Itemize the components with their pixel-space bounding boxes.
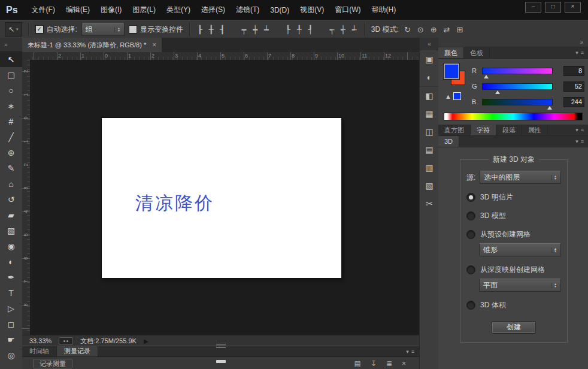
create-button[interactable]: 创建	[492, 321, 536, 334]
3d-rotate-icon[interactable]: ↻	[403, 25, 412, 34]
auto-select-target-select[interactable]: 组 ▲▼	[81, 23, 125, 36]
select-measurements-icon[interactable]: ▤	[354, 359, 361, 368]
close-button[interactable]: ×	[565, 2, 581, 13]
gradient-tool-button[interactable]: ▧	[0, 223, 22, 238]
3d-scale-icon[interactable]: ⊞	[456, 25, 465, 34]
export-measurements-icon[interactable]: ↧	[371, 359, 377, 368]
color-spectrum-ramp[interactable]	[444, 113, 583, 120]
option-3d-postcard[interactable]: 3D 明信片	[466, 192, 561, 202]
healing-brush-tool-button[interactable]: ⊕	[0, 145, 22, 161]
maximize-button[interactable]: □	[545, 2, 561, 13]
distribute-right-edges-icon[interactable]: ┵	[351, 25, 358, 34]
close-tab-icon[interactable]: ×	[152, 41, 156, 49]
gamut-color-swatch[interactable]	[453, 92, 461, 100]
minimize-button[interactable]: –	[525, 2, 541, 13]
red-value-field[interactable]: 8	[563, 66, 584, 76]
panel-menu-button[interactable]: ▾ ≡	[575, 47, 588, 58]
record-measurements-button[interactable]: 记录测量	[33, 359, 72, 368]
option-3d-volume[interactable]: 3D 体积	[466, 300, 561, 310]
delete-measurements-icon[interactable]: ×	[402, 359, 406, 368]
toolbox-expand-button[interactable]: »	[0, 38, 22, 52]
crop-tool-button[interactable]: #	[0, 114, 22, 129]
slider-handle[interactable]	[484, 72, 489, 78]
eraser-tool-button[interactable]: ▰	[0, 207, 22, 223]
status-flyout-icon[interactable]: ▶	[144, 338, 148, 344]
foreground-color-swatch[interactable]	[444, 63, 459, 79]
distribute-horizontal-centers-icon[interactable]: ┽	[340, 25, 347, 34]
panel-menu-button[interactable]: ▾ ≡	[406, 346, 419, 356]
panel-icon-history[interactable]: ▣	[420, 50, 439, 68]
status-icon[interactable]	[59, 337, 73, 345]
panel-icon-paths[interactable]: ▧	[420, 177, 439, 195]
distribute-left-edges-icon[interactable]: ┭	[328, 25, 335, 34]
marquee-tool-button[interactable]: ▢	[0, 67, 22, 83]
depth-map-select[interactable]: 平面 ▲▼	[479, 279, 561, 292]
zoom-level-field[interactable]: 33.33%	[29, 337, 51, 344]
red-slider[interactable]	[482, 68, 553, 74]
tab-swatches[interactable]: 色板	[464, 47, 490, 58]
panel-icon-styles[interactable]: ◧	[420, 86, 439, 105]
clone-stamp-tool-button[interactable]: ⌂	[0, 176, 22, 192]
option-3d-model[interactable]: 3D 模型	[466, 211, 561, 221]
panel-menu-button[interactable]: ▾ ≡	[575, 125, 588, 135]
tab-timeline[interactable]: 时间轴	[22, 346, 57, 356]
tab-measurement-log[interactable]: 测量记录	[57, 346, 98, 356]
panel-icon-brush-presets[interactable]: ▦	[420, 105, 439, 123]
align-bottom-edges-icon[interactable]: ┷	[263, 25, 270, 34]
panel-icon-tool-presets[interactable]: ✂	[420, 195, 439, 213]
type-tool-button[interactable]: T	[0, 285, 22, 301]
blue-value-field[interactable]: 244	[563, 97, 584, 107]
tab-properties[interactable]: 属性	[522, 125, 548, 135]
canvas[interactable]: 清凉降价	[30, 60, 419, 335]
tab-paragraph[interactable]: 段落	[496, 125, 522, 135]
align-vertical-centers-icon[interactable]: ┿	[251, 25, 259, 34]
panel-resize-grip[interactable]	[216, 344, 226, 348]
menu-3d[interactable]: 3D(D)	[265, 0, 295, 20]
distribute-bottom-edges-icon[interactable]: ┦	[307, 25, 314, 34]
menu-type[interactable]: 类型(Y)	[161, 0, 196, 20]
distribute-top-edges-icon[interactable]: ┞	[284, 25, 292, 34]
tab-color[interactable]: 颜色	[438, 47, 464, 58]
panel-drag-grip[interactable]	[216, 360, 226, 363]
menu-window[interactable]: 窗口(W)	[329, 0, 366, 20]
eyedropper-tool-button[interactable]: ╱	[0, 129, 22, 145]
dodge-tool-button[interactable]: ◐	[0, 254, 22, 270]
tool-preset-picker[interactable]: ↖ ▾	[5, 22, 22, 37]
collapse-panels-button[interactable]: »	[438, 38, 588, 47]
blue-slider[interactable]	[482, 99, 553, 105]
menu-filter[interactable]: 滤镜(T)	[231, 0, 265, 20]
distribute-vertical-centers-icon[interactable]: ╀	[296, 25, 303, 34]
gamut-warning[interactable]: ▲	[445, 92, 461, 100]
panel-icon-layers[interactable]: ▤	[420, 141, 439, 159]
panel-menu-button[interactable]: ▾ ≡	[575, 136, 588, 147]
ruler-origin[interactable]	[22, 52, 31, 61]
document-size-status[interactable]: 文档:2.75M/255.9K	[80, 337, 137, 346]
pen-tool-button[interactable]: ✒	[0, 270, 22, 285]
menu-help[interactable]: 帮助(H)	[366, 0, 402, 20]
zoom-tool-button[interactable]: ◎	[0, 347, 22, 363]
document-canvas[interactable]: 清凉降价	[102, 118, 341, 278]
shape-tool-button[interactable]: ◻	[0, 316, 22, 332]
blur-tool-button[interactable]: ◉	[0, 238, 22, 254]
measurement-columns-icon[interactable]: ≣	[386, 359, 392, 368]
panel-icon-clone-source[interactable]: ◫	[420, 123, 439, 141]
align-right-edges-icon[interactable]: ┨	[219, 25, 226, 34]
align-left-edges-icon[interactable]: ┠	[196, 25, 204, 34]
panel-icon-adjustments[interactable]: ◐	[420, 68, 439, 86]
menu-layer[interactable]: 图层(L)	[127, 0, 161, 20]
auto-select-checkbox[interactable]: ✓ 自动选择:	[35, 25, 77, 35]
document-tab[interactable]: 未标题-1 @ 33.33% (清凉降价, RGB/8) * ×	[22, 38, 162, 52]
green-value-field[interactable]: 52	[563, 81, 584, 92]
brush-tool-button[interactable]: ✎	[0, 161, 22, 176]
tab-character[interactable]: 字符	[471, 125, 496, 135]
hand-tool-button[interactable]: ☛	[0, 332, 22, 347]
3d-drag-icon[interactable]: ⊕	[429, 25, 438, 34]
quick-selection-tool-button[interactable]: ∗	[0, 98, 22, 114]
panel-icon-channels[interactable]: ▥	[420, 159, 439, 177]
3d-roll-icon[interactable]: ⊙	[416, 25, 425, 34]
menu-edit[interactable]: 编辑(E)	[60, 0, 95, 20]
menu-file[interactable]: 文件(F)	[26, 0, 60, 20]
mesh-preset-select[interactable]: 锥形 ▲▼	[479, 243, 561, 256]
slider-handle[interactable]	[495, 88, 500, 94]
menu-image[interactable]: 图像(I)	[95, 0, 127, 20]
